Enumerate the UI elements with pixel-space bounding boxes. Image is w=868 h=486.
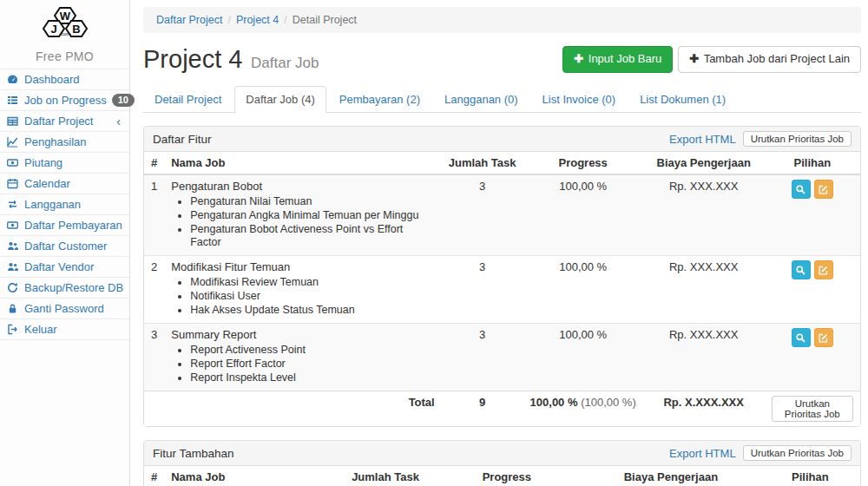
sidebar-item-backup-restore-db[interactable]: Backup/Restore DB (0, 277, 129, 298)
sidebar-item-label: Keluar (24, 323, 122, 336)
plus-icon: ✚ (574, 52, 583, 65)
job-name: Pengaturan Bobot (171, 180, 434, 193)
breadcrumb-separator: / (284, 14, 286, 26)
page-subtitle: Daftar Job (251, 55, 319, 71)
breadcrumb-project-4[interactable]: Project 4 (236, 14, 279, 26)
urutkan-prioritas-job-button[interactable]: Urutkan Prioritas Job (772, 396, 853, 422)
total-progress: 100,00 % (100,00 %) (523, 391, 643, 427)
tab-list-invoice[interactable]: List Invoice (0) (531, 86, 628, 113)
svg-text:W: W (59, 10, 70, 23)
fitur-tambahan-table: # Nama Job Jumlah Task Progress Biaya Pe… (144, 466, 860, 486)
daftar-fitur-panel: Daftar Fitur Export HTML Urutkan Priorit… (143, 126, 861, 427)
col-nama-job: Nama Job (164, 152, 441, 174)
sidebar-item-label: Backup/Restore DB (24, 281, 123, 294)
fitur-tambahan-panel-heading: Fitur Tambahan Export HTML Urutkan Prior… (144, 441, 860, 466)
row-actions (765, 324, 860, 391)
page-header: Project 4 Daftar Job ✚ Input Job Baru ✚ … (143, 45, 861, 74)
subtask-item: Report Inspekta Level (190, 371, 434, 384)
money-icon (7, 220, 19, 231)
input-job-baru-button[interactable]: ✚ Input Job Baru (562, 46, 673, 73)
total-tasks: 9 (442, 391, 523, 427)
subtask-item: Notifikasi User (190, 290, 434, 303)
edit-job-button[interactable] (814, 260, 833, 279)
table-header-row: # Nama Job Jumlah Task Progress Biaya Pe… (144, 152, 860, 174)
col-progress: Progress (523, 152, 643, 174)
sidebar-item-ganti-password[interactable]: Ganti Password (0, 298, 129, 319)
tab-pembayaran[interactable]: Pembayaran (2) (328, 86, 431, 113)
export-html-link[interactable]: Export HTML (669, 133, 736, 146)
progress-value: 100,00 % (523, 256, 643, 324)
tab-daftar-job[interactable]: Daftar Job (4) (234, 86, 326, 113)
table-row: 3 Summary Report Report Activeness Point… (144, 324, 860, 391)
export-html-link[interactable]: Export HTML (669, 447, 736, 460)
sidebar-item-daftar-pembayaran[interactable]: Daftar Pembayaran (0, 214, 129, 235)
dashboard-icon (7, 74, 19, 85)
view-job-button[interactable] (792, 180, 811, 199)
sidebar-item-label: Daftar Project (24, 115, 111, 128)
tab-list-dokumen[interactable]: List Dokumen (1) (628, 86, 737, 113)
app-logo[interactable]: W J B .com Free PMO (0, 0, 129, 69)
row-num: 3 (144, 324, 164, 391)
table-row: 1 Pengaturan Bobot Pengaturan Nilai Temu… (144, 174, 860, 256)
subtask-list: Report Activeness Point Report Effort Fa… (190, 344, 434, 384)
task-count: 3 (442, 256, 523, 324)
sign-out-icon (7, 324, 19, 335)
svg-text:B: B (72, 23, 80, 36)
sidebar-item-daftar-customer[interactable]: Daftar Customer (0, 235, 129, 256)
breadcrumb: Daftar Project/Project 4/Detail Project (143, 7, 861, 33)
cost-value: Rp. XXX.XXX (643, 256, 765, 324)
col-pilihan: Pilihan (765, 152, 860, 174)
sidebar-item-langganan[interactable]: Langganan (0, 194, 129, 214)
tambah-job-dari-project-lain-button[interactable]: ✚ Tambah Job dari Project Lain (678, 46, 861, 73)
col-biaya-pengerjaan: Biaya Pengerjaan (643, 152, 765, 174)
page-title-group: Project 4 Daftar Job (143, 45, 319, 74)
sidebar-item-daftar-vendor[interactable]: Daftar Vendor (0, 256, 129, 277)
edit-job-button[interactable] (814, 180, 833, 199)
pencil-square-icon (818, 184, 829, 195)
sidebar-item-penghasilan[interactable]: Penghasilan (0, 131, 129, 152)
progress-value: 100,00 % (523, 174, 643, 256)
col-jumlah-task: Jumlah Task (339, 466, 431, 486)
row-num: 2 (144, 256, 164, 324)
panel-tools: Export HTML Urutkan Prioritas Job (669, 131, 852, 147)
breadcrumb-separator: / (227, 14, 230, 26)
urutkan-prioritas-job-button[interactable]: Urutkan Prioritas Job (743, 131, 852, 147)
sidebar: W J B .com Free PMO Dashboard Job on Pro… (0, 0, 130, 486)
sidebar-item-calendar[interactable]: Calendar (0, 173, 129, 194)
job-name: Modifikasi Fitur Temuan (171, 260, 434, 273)
tab-detail-project[interactable]: Detail Project (143, 86, 233, 113)
sidebar-item-job-on-progress[interactable]: Job on Progress 10 (0, 89, 129, 110)
urutkan-prioritas-job-button[interactable]: Urutkan Prioritas Job (743, 445, 852, 461)
tab-langganan[interactable]: Langganan (0) (433, 86, 529, 113)
sidebar-item-label: Calendar (24, 177, 122, 190)
subtask-item: Report Activeness Point (190, 344, 434, 357)
money-icon (7, 157, 19, 168)
view-job-button[interactable] (792, 260, 811, 279)
table-header-row: # Nama Job Jumlah Task Progress Biaya Pe… (144, 466, 860, 486)
sidebar-item-label: Langganan (24, 198, 122, 211)
breadcrumb-daftar-project[interactable]: Daftar Project (156, 14, 222, 26)
svg-text:J: J (50, 23, 56, 36)
sidebar-item-label: Daftar Pembayaran (24, 219, 122, 232)
progress-value: 100,00 % (523, 324, 643, 391)
sidebar-item-piutang[interactable]: Piutang (0, 152, 129, 173)
project-tabs: Detail Project Daftar Job (4) Pembayaran… (143, 86, 861, 113)
sidebar-item-dashboard[interactable]: Dashboard (0, 69, 129, 89)
row-actions (765, 256, 860, 324)
edit-job-button[interactable] (814, 328, 833, 347)
subtask-item: Pengaturan Bobot Activeness Point vs Eff… (190, 223, 434, 249)
refresh-icon (7, 282, 19, 293)
row-actions (765, 174, 860, 256)
sidebar-item-label: Ganti Password (24, 302, 122, 315)
sidebar-item-keluar[interactable]: Keluar (0, 319, 129, 340)
subtask-item: Hak Akses Update Status Temuan (190, 304, 434, 317)
search-icon (795, 184, 806, 195)
users-icon (7, 240, 19, 252)
sidebar-item-label: Dashboard (24, 73, 122, 86)
header-actions: ✚ Input Job Baru ✚ Tambah Job dari Proje… (562, 46, 861, 73)
sidebar-item-daftar-project[interactable]: Daftar Project ‹ (0, 110, 129, 131)
pencil-square-icon (818, 265, 829, 276)
sidebar-item-label: Job on Progress (24, 94, 107, 107)
chevron-left-icon: ‹ (116, 117, 122, 126)
view-job-button[interactable] (792, 328, 811, 347)
